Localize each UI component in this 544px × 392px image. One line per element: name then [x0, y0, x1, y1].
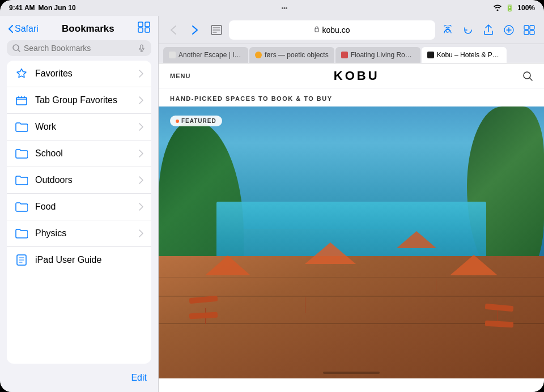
- web-menu-label[interactable]: MENU: [170, 73, 190, 79]
- hero-image: FEATURED: [159, 106, 544, 378]
- share-button[interactable]: [479, 21, 498, 39]
- svg-rect-17: [530, 25, 534, 29]
- tab-group-icon: [15, 93, 28, 107]
- svg-rect-1: [145, 22, 150, 27]
- mic-icon[interactable]: [138, 44, 146, 52]
- web-navbar: MENU KOBU: [159, 63, 544, 88]
- tab-favicon: [341, 52, 348, 58]
- svg-rect-19: [530, 31, 534, 35]
- umbrella3: [450, 255, 498, 275]
- edit-button[interactable]: Edit: [131, 373, 147, 383]
- sidebar-item-tab-group-favorites[interactable]: Tab Group Favorites: [7, 87, 151, 114]
- sidebar-item-ipad-user-guide[interactable]: iPad User Guide: [7, 247, 151, 273]
- school-label: School: [35, 148, 132, 159]
- ipad-frame: 9:41 AM Mon Jun 10 ••• 🔋 100% Safari Boo…: [0, 0, 544, 392]
- svg-rect-3: [145, 28, 150, 32]
- star-icon: [15, 67, 28, 80]
- svg-rect-6: [16, 97, 27, 105]
- lock-icon: [314, 25, 320, 34]
- tab-overview-button[interactable]: [520, 21, 538, 39]
- umbrella-pole4: [436, 279, 436, 291]
- umbrella1: [205, 255, 250, 275]
- time: 9:41 AM: [9, 4, 35, 12]
- tab-favicon: [255, 52, 262, 58]
- forward-navigation-button[interactable]: [186, 21, 204, 39]
- address-bar[interactable]: kobu.co: [229, 20, 435, 40]
- svg-rect-16: [524, 25, 529, 29]
- folder-icon: [15, 227, 28, 240]
- folder-icon: [15, 147, 28, 160]
- work-label: Work: [35, 122, 132, 132]
- ipad-user-guide-label: iPad User Guide: [35, 255, 143, 265]
- folder-icon: [15, 120, 28, 134]
- tabs-bar: Another Escape | Inspir… førs — poetic o…: [159, 44, 544, 63]
- chevron-right-icon: [139, 123, 143, 131]
- tab-fors[interactable]: førs — poetic objects: [249, 47, 334, 63]
- food-label: Food: [35, 202, 132, 212]
- reload-button[interactable]: [459, 21, 477, 39]
- sidebar-item-work[interactable]: Work: [7, 114, 151, 140]
- folder-icon: [15, 200, 28, 214]
- add-tab-button[interactable]: [500, 21, 518, 39]
- chevron-right-icon: [139, 150, 143, 157]
- main-area: Safari Bookmarks Fa: [0, 16, 544, 392]
- browser-toolbar: kobu.co: [159, 16, 544, 44]
- tab-kobu[interactable]: Kobu – Hotels & Propert…: [422, 47, 507, 63]
- chevron-right-icon: [139, 203, 143, 211]
- search-bar[interactable]: [7, 40, 151, 56]
- featured-dot: [176, 120, 179, 123]
- physics-label: Physics: [35, 228, 132, 238]
- reader-mode-button[interactable]: [207, 21, 226, 39]
- web-headline: HAND-PICKED SPACES TO BOOK & TO BUY: [159, 88, 544, 106]
- scroll-indicator: [323, 372, 380, 374]
- status-bar-left: 9:41 AM Mon Jun 10: [9, 4, 76, 12]
- tab-floating[interactable]: Floating Living Room Se…: [335, 47, 420, 63]
- tab-favicon: [169, 52, 176, 58]
- sidebar-item-school[interactable]: School: [7, 140, 151, 167]
- date: Mon Jun 10: [39, 4, 76, 12]
- umbrella4: [397, 231, 436, 248]
- featured-badge: FEATURED: [170, 116, 222, 126]
- web-content: MENU KOBU HAND-PICKED SPACES TO BOOK & T…: [159, 63, 544, 392]
- sidebar-item-outdoors[interactable]: Outdoors: [7, 167, 151, 194]
- chevron-right-icon: [139, 176, 143, 184]
- svg-rect-18: [524, 31, 529, 35]
- tab-another-escape[interactable]: Another Escape | Inspir…: [163, 47, 248, 63]
- battery-icon: 🔋: [505, 4, 514, 12]
- sidebar-item-food[interactable]: Food: [7, 194, 151, 220]
- tab-label: Floating Living Room Se…: [351, 51, 415, 59]
- sidebar-item-favorites[interactable]: Favorites: [7, 61, 151, 87]
- back-button[interactable]: Safari: [8, 24, 39, 34]
- url-text: kobu.co: [322, 25, 350, 35]
- chevron-right-icon: [139, 70, 143, 78]
- bookmark-list: Favorites Tab Group Favorites Wo: [7, 61, 151, 364]
- search-input[interactable]: [24, 44, 134, 53]
- tab-group-favorites-label: Tab Group Favorites: [35, 95, 132, 105]
- chevron-right-icon: [139, 229, 143, 237]
- web-logo: KOBU: [202, 69, 511, 83]
- status-bar-center: •••: [282, 5, 288, 11]
- sidebar-footer: Edit: [0, 368, 158, 392]
- sidebar-title: Bookmarks: [43, 23, 133, 35]
- status-bar: 9:41 AM Mon Jun 10 ••• 🔋 100%: [0, 0, 544, 16]
- search-icon: [12, 44, 20, 52]
- outdoors-label: Outdoors: [35, 175, 132, 185]
- sidebar-header: Safari Bookmarks: [0, 16, 158, 40]
- battery-level: 100%: [517, 4, 535, 12]
- grid-icon[interactable]: [138, 22, 150, 36]
- sidebar: Safari Bookmarks Fa: [0, 16, 159, 392]
- sidebar-item-physics[interactable]: Physics: [7, 220, 151, 247]
- tab-label: Kobu – Hotels & Propert…: [437, 51, 501, 59]
- book-icon: [15, 253, 28, 267]
- umbrella-pole2: [305, 297, 305, 313]
- back-navigation-button[interactable]: [164, 21, 182, 39]
- featured-label: FEATURED: [181, 118, 216, 124]
- chevron-right-icon: [139, 96, 143, 104]
- deck-line3: [159, 277, 544, 278]
- favorites-label: Favorites: [35, 69, 132, 79]
- airdrop-button[interactable]: [439, 21, 457, 39]
- umbrella2: [305, 242, 356, 264]
- status-bar-right: 🔋 100%: [493, 4, 535, 12]
- dots: •••: [282, 5, 288, 11]
- web-search-icon[interactable]: [522, 71, 533, 81]
